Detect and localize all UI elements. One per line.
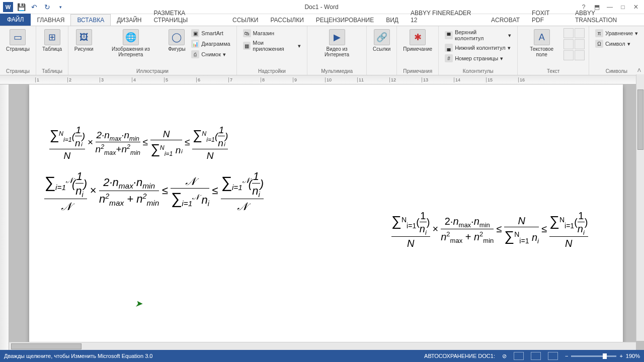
online-pictures-icon: 🌐	[123, 29, 139, 45]
status-bar: Дважды щелкните, чтобы Изменить Microsof…	[0, 350, 644, 362]
scroll-thumb[interactable]	[11, 343, 82, 349]
signature-button[interactable]	[575, 39, 585, 49]
page-background: ∑Ni=1(1nᵢ)N × 2·nmax·nminn2max+n2min ≤ N…	[9, 84, 644, 351]
pictures-button[interactable]: 🖼Рисунки	[72, 28, 95, 53]
status-message: Дважды щелкните, чтобы Изменить Microsof…	[4, 353, 152, 359]
tab-abbyy-fr[interactable]: ABBYY FineReader 12	[405, 8, 485, 26]
group-header-footer: ▀Верхний колонтитул ▾ ▄Нижний колонтитул…	[439, 26, 518, 75]
chart-icon: 📊	[191, 40, 199, 48]
pages-button[interactable]: ▭ Страницы	[4, 28, 32, 53]
pictures-icon: 🖼	[76, 29, 92, 45]
document-page[interactable]: ∑Ni=1(1nᵢ)N × 2·nmax·nminn2max+n2min ≤ N…	[29, 84, 623, 351]
store-button[interactable]: 🛍Магазин	[241, 28, 303, 38]
ribbon-tabs: ФАЙЛ ГЛАВНАЯ ВСТАВКА ДИЗАЙН РАЗМЕТКА СТР…	[0, 14, 644, 26]
equation-button[interactable]: πУравнение ▾	[593, 28, 640, 38]
zoom-control: − + 190%	[565, 353, 640, 359]
myapps-button[interactable]: ▦Мои приложения ▾	[241, 39, 303, 53]
page-number-button[interactable]: #Номер страницы ▾	[443, 53, 513, 63]
apps-icon: ▦	[243, 42, 251, 50]
group-addins: 🛍Магазин ▦Мои приложения ▾ Надстройки	[237, 26, 308, 75]
screenshot-button[interactable]: ⎙Снимок ▾	[189, 49, 232, 59]
smartart-icon: ▣	[191, 29, 199, 37]
tab-references[interactable]: ССЫЛКИ	[226, 15, 264, 26]
tab-view[interactable]: ВИД	[380, 15, 405, 26]
equation-3[interactable]: ∑Ni=1(1ni)N × 2·nmax·nminn2max + n2min ≤…	[391, 210, 588, 249]
zoom-level[interactable]: 190%	[626, 353, 640, 359]
quickparts-button[interactable]	[564, 28, 574, 38]
tab-foxit[interactable]: Foxit PDF	[526, 8, 569, 26]
online-video-button[interactable]: ▶Видео из Интернета	[311, 28, 362, 58]
dropcap-button[interactable]	[564, 39, 574, 49]
footer-button[interactable]: ▄Нижний колонтитул ▾	[443, 43, 513, 53]
vertical-ruler[interactable]	[0, 84, 9, 351]
text-mini-buttons	[564, 28, 585, 60]
redo-icon[interactable]: ↻	[42, 2, 52, 12]
store-icon: 🛍	[243, 29, 251, 37]
document-area: ∑Ni=1(1nᵢ)N × 2·nmax·nminn2max+n2min ≤ N…	[0, 84, 644, 351]
textbox-icon: A	[534, 29, 550, 45]
tab-insert[interactable]: ВСТАВКА	[70, 14, 111, 26]
comment-icon: ✱	[410, 29, 426, 45]
online-pictures-button[interactable]: 🌐Изображения из Интернета	[97, 28, 164, 58]
quick-access-toolbar: W 💾 ↶ ↻ ▾	[0, 2, 65, 12]
status-icon[interactable]: ⊘	[502, 353, 507, 359]
chart-button[interactable]: 📊Диаграмма	[189, 39, 232, 49]
table-button[interactable]: ⊞ Таблица	[40, 28, 64, 53]
tab-home[interactable]: ГЛАВНАЯ	[31, 15, 70, 26]
tab-file[interactable]: ФАЙЛ	[0, 14, 31, 26]
group-pages: ▭ Страницы Страницы	[0, 26, 36, 75]
group-symbols: πУравнение ▾ ΩСимвол ▾ Символы	[589, 26, 644, 75]
zoom-thumb[interactable]	[603, 353, 607, 359]
equation-1[interactable]: ∑Ni=1(1nᵢ)N × 2·nmax·nminn2max+n2min ≤ N…	[49, 125, 228, 161]
zoom-out-button[interactable]: −	[565, 353, 568, 359]
ribbon: ▭ Страницы Страницы ⊞ Таблица Таблицы 🖼Р…	[0, 26, 644, 75]
group-tables: ⊞ Таблица Таблицы	[36, 26, 68, 75]
shapes-icon: ◯	[169, 29, 185, 45]
video-icon: ▶	[329, 29, 345, 45]
view-print-button[interactable]	[531, 352, 541, 360]
zoom-slider[interactable]	[571, 355, 616, 357]
tab-page-layout[interactable]: РАЗМЕТКА СТРАНИЦЫ	[148, 8, 226, 26]
undo-icon[interactable]: ↶	[29, 2, 39, 12]
header-button[interactable]: ▀Верхний колонтитул ▾	[443, 28, 513, 42]
ribbon-collapse-icon[interactable]: ᐱ	[637, 67, 641, 73]
object-button[interactable]	[575, 50, 585, 60]
horizontal-ruler[interactable]: 1 2 3 4 5 6 7 8 9 10 11 12 13 14 15 16	[0, 75, 644, 84]
save-icon[interactable]: 💾	[16, 2, 26, 12]
tab-review[interactable]: РЕЦЕНЗИРОВАНИЕ	[310, 15, 380, 26]
comment-button[interactable]: ✱Примечание	[401, 28, 434, 53]
zoom-in-button[interactable]: +	[619, 353, 622, 359]
qat-dropdown-icon[interactable]: ▾	[55, 2, 65, 12]
view-web-button[interactable]	[548, 352, 558, 360]
smartart-button[interactable]: ▣SmartArt	[189, 28, 232, 38]
symbol-icon: Ω	[595, 40, 603, 48]
horizontal-scrollbar[interactable]	[9, 342, 636, 350]
table-icon: ⊞	[44, 29, 60, 45]
wordart-button[interactable]	[575, 28, 585, 38]
vertical-scrollbar[interactable]	[636, 74, 644, 341]
tab-acrobat[interactable]: ACROBAT	[485, 15, 526, 26]
shapes-button[interactable]: ◯Фигуры	[167, 28, 188, 53]
group-comments: ✱Примечание Примечания	[397, 26, 439, 75]
group-links: 🔗Ссылки	[367, 26, 397, 75]
tab-mailings[interactable]: РАССЫЛКИ	[264, 15, 309, 26]
links-button[interactable]: 🔗Ссылки	[371, 28, 392, 53]
textbox-button[interactable]: AТекстовое поле	[522, 28, 561, 58]
equation-2-object[interactable]: ∑i=1𝒩(1ni)𝒩 × 2·nmax·nminn2max + n2min ≤…	[44, 170, 264, 213]
pagenum-icon: #	[445, 54, 453, 62]
header-icon: ▀	[445, 31, 453, 39]
window-title: Doc1 - Word	[65, 4, 578, 11]
tab-abbyy-tr[interactable]: ABBYY Translation	[569, 8, 644, 26]
date-button[interactable]	[564, 50, 574, 60]
tab-design[interactable]: ДИЗАЙН	[111, 15, 147, 26]
group-media: ▶Видео из Интернета Мультимедиа	[307, 26, 367, 75]
scroll-thumb[interactable]	[637, 89, 643, 150]
screenshot-icon: ⎙	[191, 50, 199, 58]
symbol-button[interactable]: ΩСимвол ▾	[593, 39, 640, 49]
equation-icon: π	[595, 29, 603, 37]
view-read-button[interactable]	[514, 352, 524, 360]
footer-icon: ▄	[445, 44, 453, 52]
word-icon: W	[3, 2, 13, 12]
group-illustrations: 🖼Рисунки 🌐Изображения из Интернета ◯Фигу…	[68, 26, 236, 75]
link-icon: 🔗	[374, 29, 390, 45]
